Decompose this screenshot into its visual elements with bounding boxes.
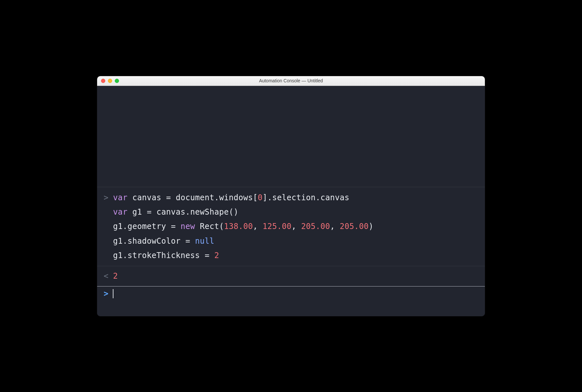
console-window: Automation Console — Untitled >var canva… bbox=[97, 76, 485, 316]
code-line-3: g1.geometry = new Rect(138.00, 125.00, 2… bbox=[97, 219, 485, 234]
traffic-lights bbox=[101, 79, 119, 83]
identifier-g1: g1 bbox=[132, 207, 142, 217]
result-marker-icon: < bbox=[104, 269, 113, 283]
keyword-new: new bbox=[180, 222, 195, 231]
indent-spacer bbox=[104, 205, 113, 219]
indent-spacer bbox=[104, 234, 113, 248]
minimize-button[interactable] bbox=[108, 79, 112, 83]
result-value: 2 bbox=[113, 271, 118, 281]
console-history-entry: >var canvas = document.windows[0].select… bbox=[97, 187, 485, 267]
code-line-2: var g1 = canvas.newShape() bbox=[97, 205, 485, 219]
input-prompt-icon: > bbox=[97, 289, 112, 298]
output-scrollback-area[interactable] bbox=[97, 86, 485, 187]
indent-spacer bbox=[104, 219, 113, 234]
indent-spacer bbox=[104, 248, 113, 263]
window-title: Automation Console — Untitled bbox=[97, 78, 485, 83]
result-line: <2 bbox=[97, 269, 485, 283]
console-window-outer: Automation Console — Untitled >var canva… bbox=[97, 76, 485, 316]
titlebar[interactable]: Automation Console — Untitled bbox=[97, 76, 485, 86]
identifier-canvas: canvas bbox=[132, 193, 162, 202]
prompt-marker-icon: > bbox=[104, 190, 113, 205]
text-cursor-icon bbox=[113, 289, 113, 298]
keyword-var: var bbox=[113, 193, 128, 202]
keyword-null: null bbox=[195, 237, 214, 246]
console-result: <2 bbox=[97, 266, 485, 286]
code-line-4: g1.shadowColor = null bbox=[97, 234, 485, 248]
keyword-var: var bbox=[113, 207, 128, 217]
code-line-5: g1.strokeThickness = 2 bbox=[97, 248, 485, 263]
console-content: >var canvas = document.windows[0].select… bbox=[97, 86, 485, 316]
close-button[interactable] bbox=[101, 79, 105, 83]
code-line-1: >var canvas = document.windows[0].select… bbox=[97, 190, 485, 205]
console-input-row[interactable]: > bbox=[97, 286, 485, 301]
maximize-button[interactable] bbox=[115, 79, 119, 83]
